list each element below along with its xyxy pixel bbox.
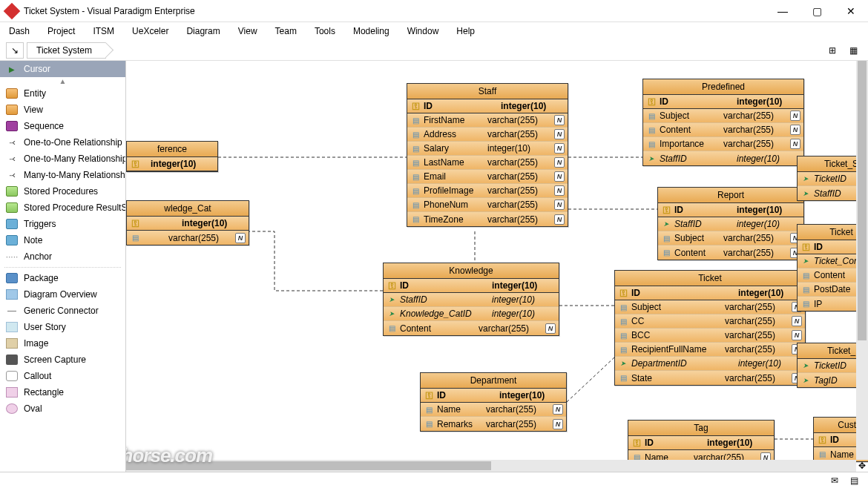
entity-ference[interactable]: ferenceinteger(10) — [126, 141, 218, 172]
menu-project[interactable]: Project — [47, 26, 75, 36]
palette-item-many-to-many-relationship[interactable]: Many-to-Many Relationship — [0, 167, 125, 183]
layout-tool-icon[interactable]: ⊞ — [823, 42, 841, 59]
palette-item-generic-connector[interactable]: Generic Connector — [0, 303, 125, 319]
entity-tag[interactable]: TagIDinteger(10)Namevarchar(255)N — [628, 420, 775, 465]
maximize-button[interactable]: ▢ — [800, 0, 834, 22]
entity-column[interactable]: Subjectvarchar(255)N — [658, 231, 803, 245]
entity-predefined[interactable]: PredefinedIDinteger(10)Subjectvarchar(25… — [642, 79, 804, 166]
entity-column[interactable]: Contentvarchar(255)N — [384, 321, 559, 335]
entity-column[interactable]: StaffIDinteger(10) — [658, 217, 803, 231]
menu-window[interactable]: Window — [407, 26, 439, 36]
palette-item-one-to-many-relationship[interactable]: One-to-Many Relationship — [0, 151, 125, 167]
palette-item-stored-procedure-resultset[interactable]: Stored Procedure ResultSet — [0, 200, 125, 216]
entity-column[interactable]: FirstNamevarchar(255)N — [407, 113, 568, 128]
menu-tools[interactable]: Tools — [315, 26, 335, 36]
palette-item-package[interactable]: Package — [0, 270, 125, 286]
breadcrumb-back-button[interactable]: ↘ — [6, 42, 24, 59]
palette-item-anchor[interactable]: Anchor — [0, 248, 125, 265]
column-type: varchar(255) — [725, 316, 789, 326]
palette-item-rectangle[interactable]: Rectangle — [0, 384, 125, 400]
menu-dash[interactable]: Dash — [9, 26, 30, 36]
palette-item-note[interactable]: Note — [0, 232, 125, 248]
palette-item-entity[interactable]: Entity — [0, 85, 125, 102]
close-button[interactable]: ✕ — [834, 0, 868, 22]
palette-item-diagram-overview[interactable]: Diagram Overview — [0, 286, 125, 303]
menu-view[interactable]: View — [238, 26, 257, 36]
palette-item-oval[interactable]: Oval — [0, 400, 125, 417]
mail-icon[interactable]: ✉ — [828, 475, 841, 487]
menu-help[interactable]: Help — [456, 26, 475, 36]
entity-knowledge[interactable]: KnowledgeIDinteger(10)StaffIDinteger(10)… — [383, 263, 559, 336]
column-name: ID — [631, 288, 735, 298]
entity-column[interactable]: Emailvarchar(255)N — [407, 170, 568, 184]
palette-item-view[interactable]: View — [0, 102, 125, 118]
entity-staff[interactable]: StaffIDinteger(10)FirstNamevarchar(255)N… — [407, 83, 568, 227]
entity-column[interactable]: PhoneNumvarchar(255)N — [407, 198, 568, 212]
menu-modeling[interactable]: Modeling — [353, 26, 389, 36]
server-icon[interactable]: ▤ — [847, 475, 861, 487]
entity-column[interactable]: varchar(255)N — [127, 231, 249, 245]
entity-column[interactable]: IDinteger(10) — [384, 279, 559, 293]
entity-wledge_cat[interactable]: wledge_Catinteger(10)varchar(255)N — [126, 200, 249, 245]
entity-column[interactable]: IDinteger(10) — [658, 203, 803, 217]
column-icon — [410, 185, 421, 196]
entity-column[interactable]: Contentvarchar(255)N — [643, 123, 803, 137]
entity-column[interactable]: Addressvarchar(255)N — [407, 128, 568, 142]
entity-department[interactable]: DepartmentIDinteger(10)Namevarchar(255)N… — [420, 372, 567, 432]
palette-item-sequence[interactable]: Sequence — [0, 118, 125, 134]
menu-uexceler[interactable]: UeXceler — [132, 26, 168, 36]
entity-column[interactable]: Contentvarchar(255)N — [658, 245, 803, 260]
menu-diagram[interactable]: Diagram — [186, 26, 220, 36]
entity-ticket[interactable]: TicketIDinteger(10)Subjectvarchar(255)NC… — [614, 270, 806, 386]
palette-item-user-story[interactable]: User Story — [0, 319, 125, 335]
entity-column[interactable]: DepartmentIDinteger(10) — [615, 357, 805, 371]
vertical-scrollbar[interactable] — [856, 61, 868, 460]
entity-column[interactable]: StaffIDinteger(10) — [643, 151, 803, 165]
entity-column[interactable]: Subjectvarchar(255)N — [643, 109, 803, 123]
palette-item-label: Entity — [24, 88, 46, 99]
trig-icon — [6, 219, 18, 229]
palette-item-triggers[interactable]: Triggers — [0, 216, 125, 232]
breadcrumb-bar: ↘ Ticket System ⊞ ▦ — [0, 40, 868, 61]
entity-column[interactable]: ProfileImagevarchar(255)N — [407, 184, 568, 198]
tool-palette[interactable]: Cursor▲EntityViewSequenceOne-to-One Rela… — [0, 61, 126, 472]
entity-column[interactable]: Subjectvarchar(255)N — [615, 300, 805, 314]
entity-column[interactable]: LastNamevarchar(255)N — [407, 156, 568, 170]
entity-column[interactable]: integer(10) — [127, 217, 249, 231]
breadcrumb-current[interactable]: Ticket System — [27, 42, 106, 59]
palette-item-image[interactable]: Image — [0, 335, 125, 352]
entity-report[interactable]: ReportIDinteger(10)StaffIDinteger(10)Sub… — [657, 187, 804, 260]
entity-column[interactable]: CCvarchar(255)N — [615, 314, 805, 329]
palette-item-one-to-one-relationship[interactable]: One-to-One Relationship — [0, 134, 125, 151]
entity-column[interactable]: IDinteger(10) — [421, 389, 566, 403]
entity-column[interactable]: Statevarchar(255)N — [615, 371, 805, 385]
entity-column[interactable]: IDinteger(10) — [615, 286, 805, 300]
palette-item-screen-capture[interactable]: Screen Capture — [0, 352, 125, 368]
palette-item-stored-procedures[interactable]: Stored Procedures — [0, 183, 125, 200]
entity-column[interactable]: Remarksvarchar(255)N — [421, 417, 566, 431]
menu-itsm[interactable]: ITSM — [93, 26, 114, 36]
entity-column[interactable]: Namevarchar(255)N — [421, 403, 566, 417]
entity-column[interactable]: Salaryinteger(10)N — [407, 142, 568, 156]
entity-column[interactable]: Importancevarchar(255)N — [643, 137, 803, 151]
palette-collapse-icon[interactable]: ▲ — [0, 77, 125, 85]
horizontal-scrollbar[interactable] — [126, 460, 856, 472]
diagram-canvas[interactable]: StaffIDinteger(10)FirstNamevarchar(255)N… — [126, 61, 868, 472]
entity-column[interactable]: Knowledge_CatIDinteger(10) — [384, 307, 559, 321]
palette-item-cursor[interactable]: Cursor — [0, 61, 125, 77]
palette-item-callout[interactable]: Callout — [0, 368, 125, 384]
menu-team[interactable]: Team — [275, 26, 297, 36]
entity-column[interactable]: StaffIDinteger(10) — [384, 293, 559, 307]
palette-item-label: Anchor — [24, 251, 52, 262]
pan-tool-icon[interactable]: ✥ — [856, 460, 868, 472]
entity-column[interactable]: IDinteger(10) — [407, 99, 568, 113]
entity-column[interactable]: TimeZonevarchar(255)N — [407, 212, 568, 226]
minimize-button[interactable]: — — [766, 0, 800, 22]
entity-column[interactable]: BCCvarchar(255)N — [615, 329, 805, 343]
entity-column[interactable]: RecipientFullNamevarchar(255)N — [615, 343, 805, 357]
vscroll-thumb[interactable] — [858, 61, 867, 340]
entity-column[interactable]: IDinteger(10) — [643, 95, 803, 109]
entity-column[interactable]: integer(10) — [127, 157, 217, 171]
entity-column[interactable]: IDinteger(10) — [628, 436, 774, 450]
new-pane-icon[interactable]: ▦ — [844, 42, 862, 59]
